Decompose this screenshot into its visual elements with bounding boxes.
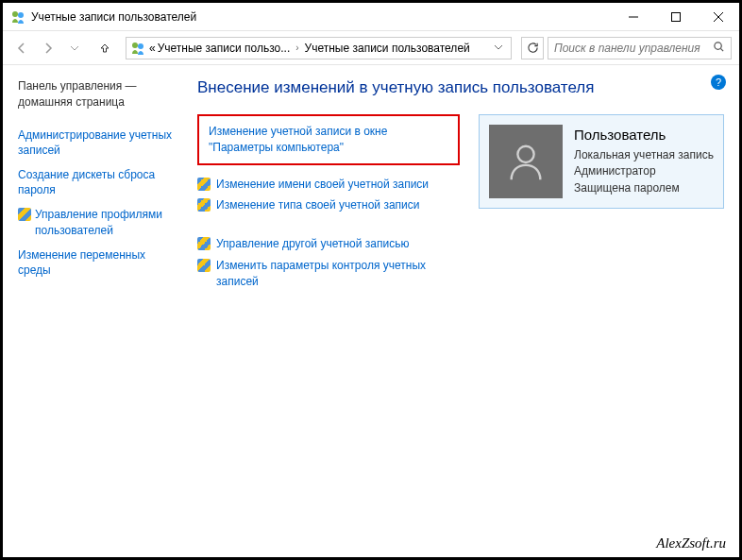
- svg-rect-3: [671, 12, 680, 21]
- user-accounts-icon: [130, 41, 145, 56]
- breadcrumb-item[interactable]: Учетные записи пользователей: [305, 42, 470, 55]
- chevron-right-icon: ›: [292, 42, 302, 53]
- search-box[interactable]: [548, 37, 732, 59]
- svg-point-10: [517, 146, 533, 162]
- breadcrumb-item[interactable]: Учетные записи пользо...: [158, 42, 291, 55]
- highlighted-box: Изменение учетной записи в окне "Парамет…: [197, 114, 460, 165]
- user-silhouette-icon: [504, 140, 548, 183]
- links-column: Изменение учетной записи в окне "Парамет…: [197, 114, 460, 313]
- sidebar-item-manage-accounts[interactable]: Администрирование учетных записей: [18, 127, 177, 158]
- link-change-type[interactable]: Изменение типа своей учетной записи: [197, 197, 460, 213]
- breadcrumb-prefix: «: [149, 42, 156, 55]
- window-title: Учетные записи пользователей: [31, 10, 612, 24]
- sidebar: Панель управления — домашняя страница Ад…: [3, 65, 192, 557]
- user-account-type: Локальная учетная запись: [574, 147, 714, 163]
- help-icon[interactable]: ?: [711, 75, 726, 90]
- user-info: Пользователь Локальная учетная запись Ад…: [574, 125, 714, 196]
- user-accounts-icon: [10, 9, 25, 25]
- link-change-in-settings[interactable]: Изменение учетной записи в окне "Парамет…: [209, 124, 448, 156]
- page-heading: Внесение изменений в учетную запись поль…: [197, 78, 724, 97]
- svg-point-1: [18, 12, 24, 18]
- navbar: « Учетные записи пользо... › Учетные зап…: [3, 31, 739, 65]
- chevron-down-icon[interactable]: [490, 42, 507, 55]
- user-protection: Защищена паролем: [574, 180, 714, 196]
- user-name: Пользователь: [574, 125, 714, 145]
- control-panel-home-link[interactable]: Панель управления — домашняя страница: [18, 78, 177, 110]
- up-button[interactable]: [93, 37, 116, 59]
- link-manage-other[interactable]: Управление другой учетной записью: [197, 236, 460, 252]
- history-dropdown[interactable]: [63, 37, 86, 59]
- user-role: Администратор: [574, 163, 714, 179]
- sidebar-item-password-reset-disk[interactable]: Создание дискеты сброса пароля: [18, 167, 177, 197]
- svg-point-0: [12, 11, 18, 17]
- window-controls: [612, 3, 739, 30]
- user-column: Пользователь Локальная учетная запись Ад…: [479, 114, 724, 313]
- search-icon[interactable]: [713, 41, 725, 56]
- main-panel: ? Внесение изменений в учетную запись по…: [192, 65, 739, 557]
- user-card: Пользователь Локальная учетная запись Ад…: [479, 114, 724, 209]
- maximize-button[interactable]: [654, 3, 697, 30]
- back-button: [10, 37, 33, 59]
- svg-point-6: [132, 42, 138, 48]
- svg-point-7: [138, 43, 143, 49]
- minimize-button[interactable]: [612, 3, 654, 30]
- svg-line-9: [720, 48, 723, 51]
- search-input[interactable]: [554, 42, 713, 55]
- forward-button: [37, 37, 59, 59]
- refresh-button[interactable]: [521, 37, 544, 59]
- titlebar: Учетные записи пользователей: [3, 3, 739, 31]
- sidebar-item-env-vars[interactable]: Изменение переменных среды: [18, 247, 177, 278]
- close-button[interactable]: [697, 3, 739, 30]
- avatar: [489, 125, 563, 198]
- link-uac-settings[interactable]: Изменить параметры контроля учетных запи…: [197, 258, 460, 290]
- svg-point-8: [715, 42, 721, 48]
- content: Панель управления — домашняя страница Ад…: [3, 65, 739, 557]
- breadcrumb[interactable]: « Учетные записи пользо... › Учетные зап…: [126, 37, 512, 59]
- sidebar-item-manage-profiles[interactable]: Управление профилями пользователей: [18, 207, 177, 237]
- watermark: AlexZsoft.ru: [656, 535, 726, 552]
- link-change-name[interactable]: Изменение имени своей учетной записи: [197, 177, 460, 193]
